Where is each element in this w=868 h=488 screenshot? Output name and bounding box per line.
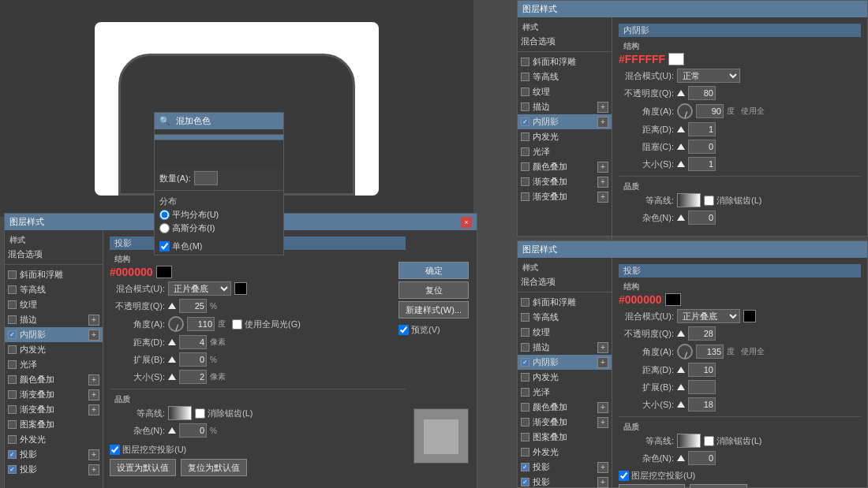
qty-input[interactable] — [194, 171, 218, 185]
distance-slider-br[interactable] — [677, 367, 685, 373]
add-btn-br-4[interactable]: + — [597, 357, 608, 368]
knockout-check[interactable]: 图层挖空投影(U) — [110, 444, 406, 456]
style-item-tr-9[interactable]: 渐变叠加 + — [518, 189, 612, 204]
style-item-tr-2[interactable]: 纹理 — [518, 84, 612, 99]
style-item-tr-0[interactable]: 斜面和浮雕 — [518, 54, 612, 69]
size-slider-tr[interactable] — [677, 161, 685, 167]
style-item-br-12[interactable]: ✓ 投影 + — [518, 475, 612, 488]
add-btn-br-8[interactable]: + — [597, 417, 608, 428]
noise-slider-br[interactable] — [677, 455, 685, 461]
style-item-br-5[interactable]: 内发光 — [518, 370, 612, 385]
radio-gaussian[interactable]: 高斯分布(I) — [159, 222, 279, 234]
blend-mode-select-tr[interactable]: 正常 — [677, 69, 740, 83]
checkbox-tr-8[interactable] — [521, 177, 529, 186]
opacity-input-tr[interactable] — [688, 86, 716, 100]
new-style-btn[interactable]: 新建样式(W)... — [398, 301, 469, 319]
contour-preview-main[interactable] — [168, 406, 192, 420]
size-input-main[interactable] — [179, 370, 207, 384]
reset-default-btn[interactable]: 复位为默认值 — [181, 459, 247, 476]
add-btn-br-3[interactable]: + — [597, 342, 608, 353]
color-hex-br[interactable]: #000000 — [619, 293, 662, 306]
checkbox-main-1[interactable] — [8, 285, 17, 294]
contour-preview-br[interactable] — [677, 434, 701, 448]
angle-input-tr[interactable] — [696, 104, 724, 118]
checkbox-main-0[interactable] — [8, 270, 17, 279]
opacity-input-main[interactable] — [179, 299, 207, 313]
antialias-check-br[interactable]: 消除锯齿(L) — [704, 435, 761, 447]
color-hex-main[interactable]: #000000 — [110, 266, 153, 278]
add-btn-main-4[interactable]: + — [88, 330, 99, 341]
size-input-tr[interactable] — [688, 157, 716, 171]
checkbox-br-8[interactable] — [521, 418, 529, 427]
style-item-main-13[interactable]: ✓ 投影 + — [5, 462, 103, 477]
add-btn-tr-9[interactable]: + — [597, 192, 608, 203]
opacity-slider-br[interactable] — [677, 330, 685, 337]
checkbox-br-6[interactable] — [521, 388, 529, 397]
angle-dial-main[interactable] — [168, 316, 184, 332]
style-item-tr-7[interactable]: 颜色叠加 + — [518, 159, 612, 174]
color-hex-value-tr[interactable]: #FFFFFF — [619, 53, 665, 65]
opacity-input-br[interactable] — [688, 326, 716, 341]
mono-check[interactable]: 单色(M) — [159, 240, 279, 252]
checkbox-main-12[interactable]: ✓ — [8, 450, 17, 459]
angle-input-main[interactable] — [187, 317, 215, 331]
opacity-slider-tr[interactable] — [677, 90, 685, 96]
checkbox-br-1[interactable] — [521, 313, 529, 322]
style-item-br-9[interactable]: 图案叠加 — [518, 430, 612, 445]
style-mix-options-tr[interactable]: 混合选项 — [518, 34, 612, 49]
angle-dial-br[interactable] — [677, 344, 693, 359]
checkbox-tr-7[interactable] — [521, 162, 529, 171]
blend-color-swatch-br[interactable] — [743, 310, 756, 322]
style-item-br-6[interactable]: 光泽 — [518, 385, 612, 400]
style-item-br-3[interactable]: 描边 + — [518, 340, 612, 355]
style-item-tr-6[interactable]: 光泽 — [518, 144, 612, 159]
style-item-main-11[interactable]: 外发光 — [5, 432, 103, 447]
distance-slider-tr[interactable] — [677, 126, 685, 132]
add-btn-main-8[interactable]: + — [88, 389, 99, 400]
style-item-br-1[interactable]: 等高线 — [518, 310, 612, 325]
checkbox-br-12[interactable]: ✓ — [521, 478, 529, 486]
close-btn-main[interactable]: × — [461, 217, 472, 228]
checkbox-main-10[interactable] — [8, 420, 17, 429]
style-item-br-8[interactable]: 渐变叠加 + — [518, 415, 612, 430]
checkbox-main-13[interactable]: ✓ — [8, 465, 17, 474]
add-btn-br-11[interactable]: + — [597, 462, 608, 473]
style-mix-options-main[interactable]: 混合选项 — [5, 247, 103, 262]
checkbox-br-3[interactable] — [521, 343, 529, 352]
checkbox-tr-2[interactable] — [521, 88, 529, 96]
add-btn-tr-7[interactable]: + — [597, 162, 608, 173]
style-item-main-7[interactable]: 颜色叠加 + — [5, 372, 103, 387]
add-btn-tr-3[interactable]: + — [597, 102, 608, 113]
checkbox-br-4[interactable]: ✓ — [521, 358, 529, 367]
distance-input-br[interactable] — [688, 363, 716, 377]
checkbox-main-9[interactable] — [8, 405, 17, 414]
global-angle-check[interactable]: 使用全局光(G) — [232, 319, 301, 330]
antialias-check-tr[interactable]: 消除锯齿(L) — [704, 195, 761, 207]
antialias-check-main[interactable]: 消除锯齿(L) — [195, 408, 253, 419]
angle-input-br[interactable] — [696, 345, 724, 359]
checkbox-br-7[interactable] — [521, 403, 529, 412]
style-item-tr-8[interactable]: 渐变叠加 + — [518, 174, 612, 189]
noise-slider-tr[interactable] — [677, 214, 685, 221]
style-item-br-10[interactable]: 外发光 — [518, 445, 612, 460]
angle-dial-tr[interactable] — [677, 103, 693, 119]
reset-default-btn-br[interactable]: 复位为默认 — [690, 484, 747, 488]
style-item-main-12[interactable]: ✓ 投影 + — [5, 447, 103, 462]
style-item-main-5[interactable]: 内发光 — [5, 342, 103, 357]
style-item-tr-5[interactable]: 内发光 — [518, 129, 612, 144]
checkbox-main-2[interactable] — [8, 300, 17, 309]
add-btn-main-9[interactable]: + — [88, 404, 99, 415]
checkbox-main-6[interactable] — [8, 360, 17, 369]
checkbox-tr-5[interactable] — [521, 132, 529, 141]
style-item-tr-4[interactable]: ✓ 内阴影 + — [518, 114, 612, 129]
style-item-br-4[interactable]: ✓ 内阴影 + — [518, 355, 612, 370]
style-item-br-2[interactable]: 纹理 — [518, 325, 612, 340]
blend-color-swatch[interactable] — [234, 282, 247, 295]
color-swatch-br[interactable] — [665, 293, 681, 306]
blend-mode-select-main[interactable]: 正片叠底 — [168, 281, 231, 296]
contour-preview-tr[interactable] — [677, 193, 701, 207]
set-default-btn-br[interactable]: 设置为默认值 — [619, 484, 685, 488]
checkbox-tr-1[interactable] — [521, 73, 529, 81]
add-btn-main-3[interactable]: + — [88, 315, 99, 326]
style-item-tr-1[interactable]: 等高线 — [518, 69, 612, 84]
